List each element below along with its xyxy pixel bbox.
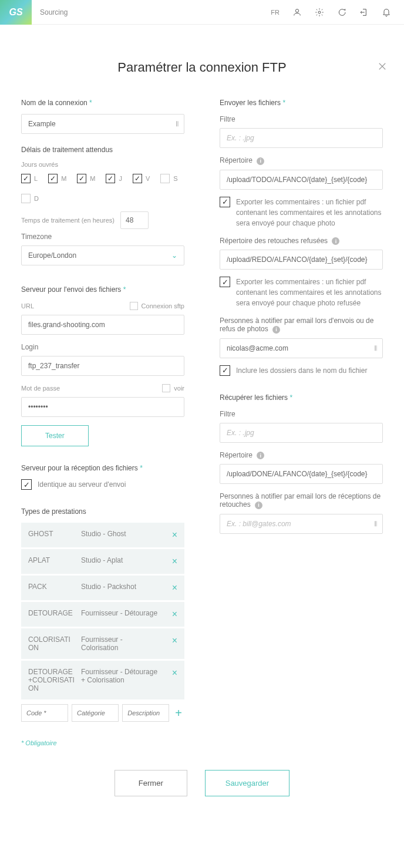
- svg-point-1: [318, 11, 321, 14]
- url-input[interactable]: [21, 315, 184, 335]
- login-label: Login: [21, 343, 184, 351]
- nav-sourcing[interactable]: Sourcing: [32, 8, 76, 16]
- send-filter-label: Filtre: [220, 115, 383, 123]
- prest-row: GHOSTStudio - Ghost×: [21, 523, 184, 547]
- info-icon[interactable]: i: [332, 237, 339, 245]
- info-icon[interactable]: i: [272, 326, 280, 334]
- pwd-input[interactable]: [21, 397, 184, 417]
- notify-recv-label: Personnes à notifier par email lors de r…: [220, 492, 383, 509]
- proc-time-input[interactable]: [120, 211, 149, 229]
- day-L[interactable]: [21, 174, 31, 183]
- right-column: Envoyer les fichiers * Filtre Répertoire…: [220, 99, 383, 746]
- prest-label: Types de prestations: [21, 507, 184, 516]
- delay-label: Délais de traitement attendus: [21, 146, 184, 154]
- prest-row: DETOURAGE+COLORISATIONFournisseur - Déto…: [21, 661, 184, 699]
- bars-icon[interactable]: ⦀: [374, 519, 377, 529]
- recv-filter-input[interactable]: [220, 423, 383, 443]
- left-column: Nom de la connexion * ⦀ Délais de traite…: [21, 99, 184, 746]
- notify-recv-input[interactable]: [220, 514, 383, 534]
- prest-list: GHOSTStudio - Ghost× APLATStudio - Aplat…: [21, 523, 184, 699]
- bars-icon[interactable]: ⦀: [176, 119, 179, 129]
- lang-switch[interactable]: FR: [271, 9, 280, 16]
- prest-row: COLORISATIONFournisseur - Colorisation×: [21, 628, 184, 659]
- export-comments-refused-checkbox[interactable]: [220, 277, 230, 287]
- remove-icon[interactable]: ×: [166, 556, 177, 567]
- same-server-checkbox[interactable]: [21, 479, 32, 490]
- topbar: GS Sourcing FR: [0, 0, 404, 25]
- send-filter-input[interactable]: [220, 128, 383, 148]
- page-title: Paramétrer la connexion FTP: [21, 60, 383, 75]
- info-icon[interactable]: i: [257, 452, 264, 459]
- close-icon[interactable]: [377, 61, 388, 72]
- info-icon[interactable]: i: [255, 502, 262, 509]
- send-server-label: Serveur pour l'envoi des fichiers *: [21, 285, 184, 294]
- day-V[interactable]: [133, 174, 142, 183]
- send-repo-label: Répertoire i: [220, 156, 383, 165]
- day-M1[interactable]: [48, 174, 58, 183]
- sftp-checkbox[interactable]: [130, 302, 138, 310]
- pwd-label: Mot de passe: [21, 385, 60, 392]
- workdays-label: Jours ouvrés: [21, 161, 184, 168]
- pwd-show-checkbox[interactable]: [162, 384, 170, 392]
- remove-icon[interactable]: ×: [166, 635, 177, 652]
- test-button[interactable]: Tester: [21, 425, 89, 446]
- include-folders-checkbox[interactable]: [220, 365, 230, 376]
- prest-row: PACKStudio - Packshot×: [21, 576, 184, 600]
- logout-icon[interactable]: [359, 8, 369, 17]
- remove-icon[interactable]: ×: [166, 530, 177, 540]
- recv-repo-label: Répertoire i: [220, 451, 383, 460]
- obligatoire-note: * Obligatoire: [21, 739, 184, 746]
- timezone-select[interactable]: Europe/London ⌄: [21, 245, 184, 265]
- day-J[interactable]: [106, 174, 115, 183]
- day-D[interactable]: [21, 194, 31, 203]
- remove-icon[interactable]: ×: [166, 668, 177, 692]
- info-icon[interactable]: i: [257, 157, 264, 165]
- chevron-down-icon: ⌄: [171, 251, 177, 260]
- add-code-input[interactable]: [21, 704, 68, 722]
- save-button[interactable]: Sauvegarder: [205, 770, 289, 796]
- remove-icon[interactable]: ×: [166, 583, 177, 593]
- day-S[interactable]: [160, 174, 170, 183]
- add-icon[interactable]: +: [173, 706, 184, 720]
- proc-time-label: Temps de traitement (en heures): [21, 217, 115, 224]
- prest-row: APLATStudio - Aplat×: [21, 549, 184, 574]
- timezone-label: Timezone: [21, 233, 184, 241]
- login-input[interactable]: [21, 356, 184, 376]
- recv-files-label: Récupérer les fichiers *: [220, 393, 383, 402]
- bars-icon[interactable]: ⦀: [374, 344, 377, 353]
- chat-icon[interactable]: [337, 8, 346, 17]
- close-button[interactable]: Fermer: [115, 770, 187, 796]
- day-M2[interactable]: [77, 174, 86, 183]
- svg-point-0: [295, 9, 298, 12]
- refused-repo-label: Répertoire des retouches refusées i: [220, 237, 383, 245]
- recv-server-label: Serveur pour la réception des fichiers *: [21, 464, 184, 472]
- url-label: URL: [21, 302, 34, 309]
- remove-icon[interactable]: ×: [166, 609, 177, 620]
- bell-icon[interactable]: [382, 8, 391, 17]
- notify-send-input[interactable]: [220, 338, 383, 358]
- conn-name-input[interactable]: [21, 114, 184, 134]
- user-icon[interactable]: [292, 8, 302, 17]
- prest-row: DETOURAGEFournisseur - Détourage×: [21, 602, 184, 627]
- notify-send-label: Personnes à notifier par email lors d'en…: [220, 317, 383, 334]
- send-files-label: Envoyer les fichiers *: [220, 99, 383, 107]
- logo[interactable]: GS: [0, 0, 32, 25]
- recv-filter-label: Filtre: [220, 410, 383, 418]
- add-cat-input[interactable]: [72, 704, 119, 722]
- send-repo-input[interactable]: [220, 170, 383, 190]
- add-desc-input[interactable]: [122, 704, 169, 722]
- gear-icon[interactable]: [315, 8, 324, 17]
- refused-repo-input[interactable]: [220, 250, 383, 270]
- conn-name-label: Nom de la connexion *: [21, 99, 184, 107]
- export-comments-checkbox[interactable]: [220, 197, 230, 207]
- recv-repo-input[interactable]: [220, 464, 383, 484]
